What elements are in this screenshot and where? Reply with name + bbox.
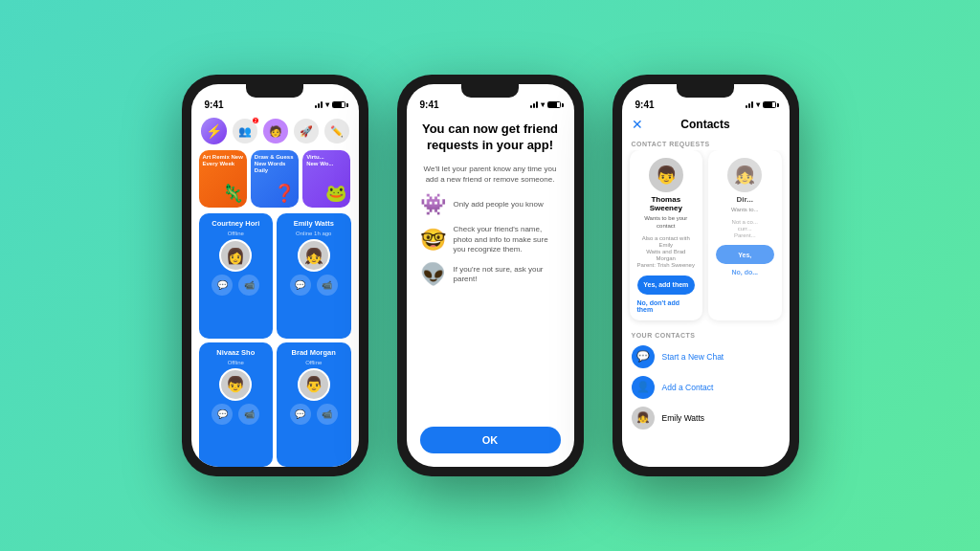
game-virtual[interactable]: Virtu...New Wo... 🐸 (302, 150, 350, 208)
contact-brad-status: Offline (305, 360, 322, 365)
info-item-2: 🤓 Check your friend's name, photo and in… (420, 225, 561, 254)
edit-icon[interactable]: ✏️ (324, 119, 349, 143)
contact-courtney: Courtney Hori Offline 👩 💬 📹 (199, 213, 274, 339)
info-emoji-2: 🤓 (420, 228, 446, 253)
info-text-1: Only add people you know (454, 200, 544, 209)
thomas-yes-button[interactable]: Yes, add them (637, 276, 696, 295)
contact-courtney-actions: 💬 📹 (212, 275, 259, 296)
phone-screen-1: 9:41 ▾ ⚡ 👥 2 🧑 🚀 (191, 84, 359, 467)
brad-video-btn[interactable]: 📹 (317, 404, 338, 425)
emily-list-avatar: 👧 (632, 407, 655, 430)
contact-nivaaz: Nivaaz Sho Offline 👦 💬 📹 (199, 342, 274, 468)
thomas-subtitle: Wants to be your contact (637, 215, 696, 231)
contact-brad: Brad Morgan Offline 👨 💬 📹 (277, 342, 351, 468)
wifi-icon-2: ▾ (541, 100, 545, 109)
game-virtual-label: Virtu...New Wo... (306, 154, 333, 167)
ok-button[interactable]: OK (420, 427, 561, 453)
info-title: You can now get friend requests in your … (420, 121, 561, 154)
game-draw-guess-icon: ❓ (274, 183, 295, 204)
status-icons-3: ▾ (746, 100, 776, 109)
bar2-p2 (533, 103, 535, 108)
thomas-name: Thomas Sweeney (637, 195, 696, 212)
bar1-p2 (530, 105, 532, 108)
emily-chat-btn[interactable]: 💬 (290, 275, 311, 296)
second-avatar: 👧 (727, 158, 762, 192)
brad-chat-btn[interactable]: 💬 (290, 404, 311, 425)
battery-fill-3 (764, 102, 773, 107)
close-button[interactable]: ✕ (632, 117, 643, 132)
bar1-p3 (746, 105, 747, 108)
add-contact-icon: 👤 (632, 376, 655, 399)
info-text-3: If you're not sure, ask your parent! (454, 265, 561, 285)
game-draw-guess-label: Draw & GuessNew Words Daily (255, 154, 299, 175)
nivaaz-video-btn[interactable]: 📹 (238, 404, 259, 425)
nivaaz-chat-btn[interactable]: 💬 (212, 404, 233, 425)
game-art-remix-icon: 🦎 (222, 183, 243, 204)
start-chat-item[interactable]: 💬 Start a New Chat (622, 342, 790, 372)
phone-2: 9:41 ▾ You can now get friend requests i… (397, 75, 584, 476)
contact-nivaaz-avatar: 👦 (219, 368, 252, 401)
add-contact-item[interactable]: 👤 Add a Contact (622, 372, 790, 403)
second-subtitle: Wants to... (731, 207, 758, 214)
contact-courtney-avatar: 👩 (219, 239, 252, 272)
contact-brad-name: Brad Morgan (292, 348, 336, 357)
wifi-icon-1: ▾ (325, 100, 329, 109)
notification-badge: 2 (252, 117, 259, 124)
second-yes-button[interactable]: Yes, (716, 245, 774, 264)
contact-nivaaz-actions: 💬 📹 (212, 404, 259, 425)
second-no-button[interactable]: No, do... (731, 269, 758, 276)
info-emoji-3: 👽 (420, 262, 446, 287)
rocket-icon[interactable]: 🚀 (294, 119, 319, 143)
people-icon[interactable]: 👥 2 (233, 119, 257, 143)
contact-brad-avatar: 👨 (298, 368, 330, 401)
thomas-no-button[interactable]: No, don't add them (637, 299, 696, 313)
courtney-video-btn[interactable]: 📹 (238, 275, 259, 296)
contact-emily-name: Emily Watts (294, 219, 334, 228)
battery-fill-1 (333, 102, 343, 107)
request-thomas: 👦 Thomas Sweeney Wants to be your contac… (630, 150, 703, 320)
emily-list-text: Emily Watts (662, 413, 705, 423)
header-icons: 🚀 ✏️ (294, 119, 349, 143)
contact-requests-row: 👦 Thomas Sweeney Wants to be your contac… (622, 150, 790, 328)
game-art-remix[interactable]: Art Remix New Every Week 🦎 (199, 150, 247, 208)
thomas-avatar: 👦 (649, 158, 683, 192)
contact-nivaaz-status: Offline (228, 360, 244, 365)
signal-bars-3 (746, 101, 753, 108)
add-contact-text: Add a Contact (662, 383, 714, 392)
courtney-chat-btn[interactable]: 💬 (212, 275, 233, 296)
contacts-grid: Courtney Hori Offline 👩 💬 📹 Emily Watts … (191, 213, 359, 467)
game-draw-guess[interactable]: Draw & GuessNew Words Daily ❓ (251, 150, 299, 208)
bar2-p3 (748, 103, 750, 108)
status-time-2: 9:41 (420, 99, 439, 110)
phone-notch-3 (677, 84, 734, 98)
contact-courtney-status: Offline (228, 231, 244, 236)
contact-emily: Emily Watts Online 1h ago 👧 💬 📹 (277, 213, 351, 339)
status-icons-2: ▾ (530, 100, 561, 109)
phone-screen-2: 9:41 ▾ You can now get friend requests i… (407, 84, 574, 467)
contact-requests-section-label: CONTACT REQUESTS (622, 137, 790, 150)
contact-emily-actions: 💬 📹 (290, 275, 338, 296)
game-virtual-icon: 🐸 (325, 183, 346, 204)
game-art-remix-label: Art Remix New Every Week (203, 154, 247, 167)
bar3 (321, 101, 323, 108)
info-item-3: 👽 If you're not sure, ask your parent! (420, 262, 561, 287)
phone-notch-1 (246, 84, 303, 98)
info-screen: You can now get friend requests in your … (407, 114, 574, 467)
phone-1: 9:41 ▾ ⚡ 👥 2 🧑 🚀 (182, 75, 368, 476)
info-text-2: Check your friend's name, photo and info… (454, 225, 561, 254)
contacts-screen: ✕ Contacts CONTACT REQUESTS 👦 Thomas Swe… (622, 114, 790, 467)
user-avatar-icon[interactable]: 🧑 (263, 119, 288, 143)
battery-icon-1 (332, 101, 345, 108)
contact-emily-avatar: 👧 (298, 239, 330, 272)
messenger-logo: ⚡ (201, 118, 228, 144)
messenger-header: ⚡ 👥 2 🧑 🚀 ✏️ (191, 114, 359, 150)
emily-video-btn[interactable]: 📹 (317, 275, 338, 296)
emily-watts-item[interactable]: 👧 Emily Watts (622, 403, 790, 433)
status-icons-1: ▾ (315, 100, 345, 109)
second-name: Dir... (737, 195, 753, 204)
signal-bars-2 (530, 101, 538, 108)
bar3-p2 (536, 101, 538, 108)
your-contacts-section-label: YOUR CONTACTS (622, 328, 790, 342)
info-subtitle: We'll let your parent know any time you … (420, 164, 561, 185)
info-item-1: 👾 Only add people you know (420, 192, 561, 217)
